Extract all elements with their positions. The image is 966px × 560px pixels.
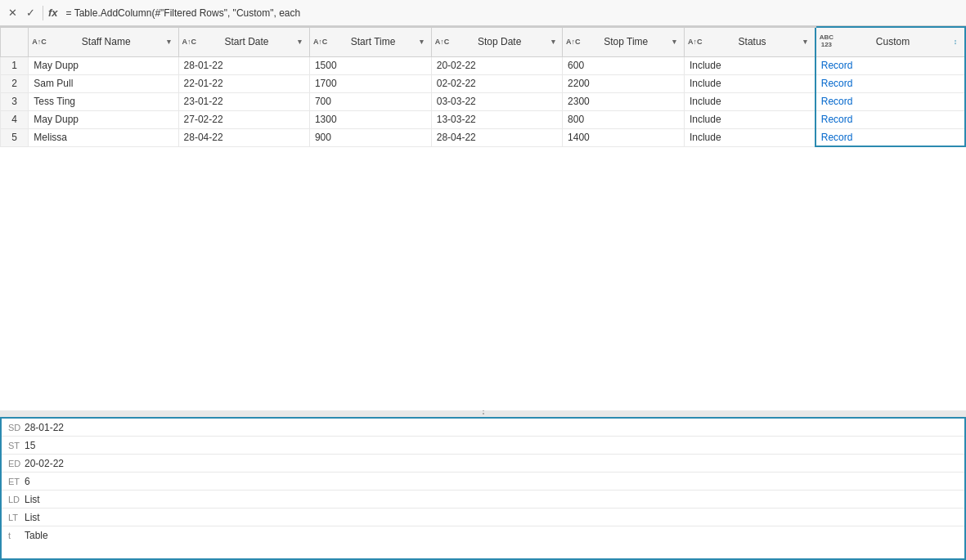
custom-type-icon: ABC 123 bbox=[820, 34, 833, 49]
cell-stoptime: 800 bbox=[563, 110, 685, 128]
record-value: Record bbox=[821, 60, 853, 71]
formula-input[interactable] bbox=[66, 7, 961, 19]
table-row: 4 May Dupp 27-02-22 1300 13-03-22 800 In… bbox=[1, 110, 966, 128]
custom-dropdown-icon[interactable]: ↕ bbox=[950, 36, 961, 47]
stopdate-header-label: Stop Date bbox=[452, 36, 547, 47]
record-value: Record bbox=[821, 96, 853, 107]
cell-custom: Record bbox=[815, 56, 965, 74]
starttime-header-label: Start Time bbox=[330, 36, 416, 47]
cell-status: Include bbox=[684, 56, 815, 74]
preview-key: LT bbox=[8, 513, 25, 522]
cell-stoptime: 2200 bbox=[563, 74, 685, 92]
cell-status: Include bbox=[684, 110, 815, 128]
preview-key: ST bbox=[8, 441, 25, 450]
cell-starttime: 1300 bbox=[309, 110, 431, 128]
preview-row: SD 28-01-22 bbox=[2, 419, 964, 437]
main-content: A↑C Staff Name ▾ A↑C Start Date ▾ bbox=[0, 26, 966, 560]
confirm-icon[interactable]: ✓ bbox=[23, 6, 38, 20]
staff-dropdown-icon[interactable]: ▾ bbox=[164, 36, 175, 47]
cell-starttime: 1700 bbox=[309, 74, 431, 92]
formula-bar: ✕ ✓ fx bbox=[0, 0, 966, 26]
startdate-dropdown-icon[interactable]: ▾ bbox=[294, 36, 306, 47]
preview-row: ET 6 bbox=[2, 473, 964, 491]
table-body: 1 May Dupp 28-01-22 1500 20-02-22 600 In… bbox=[1, 56, 966, 146]
header-starttime: A↑C Start Time ▾ bbox=[309, 27, 431, 56]
header-stoptime: A↑C Stop Time ▾ bbox=[563, 27, 685, 56]
cell-starttime: 900 bbox=[309, 128, 431, 146]
starttime-dropdown-icon[interactable]: ▾ bbox=[416, 36, 428, 47]
cell-staff: May Dupp bbox=[29, 56, 178, 74]
cell-startdate: 27-02-22 bbox=[178, 110, 309, 128]
row-num: 3 bbox=[1, 92, 29, 110]
row-num: 1 bbox=[1, 56, 29, 74]
preview-key: SD bbox=[8, 423, 25, 432]
table-row: 2 Sam Pull 22-01-22 1700 02-02-22 2200 I… bbox=[1, 74, 966, 92]
header-startdate: A↑C Start Date ▾ bbox=[178, 27, 309, 56]
status-type-icon: A↑C bbox=[688, 38, 703, 46]
cell-startdate: 22-01-22 bbox=[178, 74, 309, 92]
preview-value: List bbox=[25, 512, 40, 523]
starttime-type-icon: A↑C bbox=[313, 38, 328, 46]
record-value: Record bbox=[821, 114, 853, 125]
stoptime-type-icon: A↑C bbox=[566, 38, 581, 46]
table-row: 5 Melissa 28-04-22 900 28-04-22 1400 Inc… bbox=[1, 128, 966, 146]
staff-type-icon: A↑C bbox=[32, 38, 47, 46]
cell-staff: Sam Pull bbox=[29, 74, 178, 92]
cell-stopdate: 28-04-22 bbox=[431, 128, 562, 146]
header-row: A↑C Staff Name ▾ A↑C Start Date ▾ bbox=[1, 27, 966, 56]
preview-row: ST 15 bbox=[2, 437, 964, 455]
preview-value: 6 bbox=[25, 476, 30, 487]
preview-panel: SD 28-01-22 ST 15 ED 20-02-22 ET 6 LD Li… bbox=[0, 417, 966, 560]
startdate-header-label: Start Date bbox=[199, 36, 294, 47]
separator-handle: ⋮ bbox=[467, 412, 500, 415]
header-status: A↑C Status ▾ bbox=[684, 27, 815, 56]
preview-row: ED 20-02-22 bbox=[2, 455, 964, 473]
table-row: 1 May Dupp 28-01-22 1500 20-02-22 600 In… bbox=[1, 56, 966, 74]
formula-bar-icons: ✕ ✓ fx bbox=[5, 6, 61, 20]
status-header-label: Status bbox=[704, 36, 799, 47]
cell-staff: Melissa bbox=[29, 128, 178, 146]
cell-starttime: 700 bbox=[309, 92, 431, 110]
cell-stopdate: 02-02-22 bbox=[431, 74, 562, 92]
stoptime-header-label: Stop Time bbox=[583, 36, 669, 47]
cell-custom: Record bbox=[815, 128, 965, 146]
table-row: 3 Tess Ting 23-01-22 700 03-03-22 2300 I… bbox=[1, 92, 966, 110]
preview-key: t bbox=[8, 531, 25, 540]
stoptime-dropdown-icon[interactable]: ▾ bbox=[669, 36, 681, 47]
cell-status: Include bbox=[684, 128, 815, 146]
cell-custom: Record bbox=[815, 92, 965, 110]
staff-header-label: Staff Name bbox=[49, 36, 164, 47]
preview-row: LT List bbox=[2, 508, 964, 526]
icon-separator bbox=[43, 6, 43, 20]
cell-stopdate: 03-03-22 bbox=[431, 92, 562, 110]
cell-starttime: 1500 bbox=[309, 56, 431, 74]
row-num: 4 bbox=[1, 110, 29, 128]
header-custom: ABC 123 Custom ↕ bbox=[815, 27, 965, 56]
row-num: 2 bbox=[1, 74, 29, 92]
separator-area[interactable]: ⋮ bbox=[0, 410, 966, 417]
cell-startdate: 28-04-22 bbox=[178, 128, 309, 146]
preview-value: 20-02-22 bbox=[25, 458, 64, 469]
table-wrapper[interactable]: A↑C Staff Name ▾ A↑C Start Date ▾ bbox=[0, 26, 966, 410]
cell-status: Include bbox=[684, 92, 815, 110]
cell-stoptime: 2300 bbox=[563, 92, 685, 110]
cell-stoptime: 600 bbox=[563, 56, 685, 74]
record-value: Record bbox=[821, 132, 853, 143]
header-staff: A↑C Staff Name ▾ bbox=[29, 27, 178, 56]
cancel-icon[interactable]: ✕ bbox=[5, 6, 20, 20]
fx-label: fx bbox=[48, 7, 58, 19]
header-stopdate: A↑C Stop Date ▾ bbox=[431, 27, 562, 56]
cell-startdate: 28-01-22 bbox=[178, 56, 309, 74]
data-table: A↑C Staff Name ▾ A↑C Start Date ▾ bbox=[0, 26, 966, 147]
cell-status: Include bbox=[684, 74, 815, 92]
row-num: 5 bbox=[1, 128, 29, 146]
cell-staff: May Dupp bbox=[29, 110, 178, 128]
stopdate-dropdown-icon[interactable]: ▾ bbox=[547, 36, 559, 47]
cell-stopdate: 13-03-22 bbox=[431, 110, 562, 128]
preview-row: t Table bbox=[2, 526, 964, 544]
status-dropdown-icon[interactable]: ▾ bbox=[800, 36, 811, 47]
custom-header-label: Custom bbox=[836, 36, 950, 47]
preview-value: List bbox=[25, 494, 40, 505]
startdate-type-icon: A↑C bbox=[182, 38, 197, 46]
cell-custom: Record bbox=[815, 110, 965, 128]
